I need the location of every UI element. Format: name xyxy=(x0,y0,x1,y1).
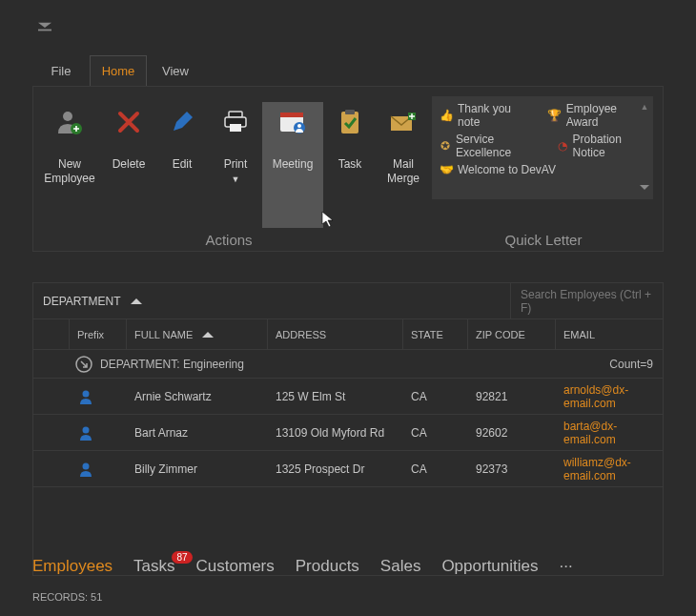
trophy-icon: 🏆 xyxy=(548,109,562,122)
ribbon-tab-file[interactable]: File xyxy=(32,55,90,86)
ribbon-tab-home[interactable]: Home xyxy=(90,55,147,86)
column-zip[interactable]: ZIP CODE xyxy=(468,319,556,349)
cell-zip: 92821 xyxy=(468,379,556,414)
chevron-down-icon: ▼ xyxy=(232,175,240,184)
delete-x-icon xyxy=(113,106,145,138)
svg-rect-0 xyxy=(38,30,51,31)
nav-overflow[interactable]: ··· xyxy=(560,557,573,576)
cell-name: Bart Arnaz xyxy=(127,415,268,450)
ribbon-group-label-quickletter: Quick Letter xyxy=(424,232,663,248)
printer-icon xyxy=(219,106,252,138)
person-add-icon xyxy=(53,106,86,138)
edit-button[interactable]: Edit xyxy=(155,102,209,228)
task-button[interactable]: Task xyxy=(323,102,377,228)
ribbon-tab-view[interactable]: View xyxy=(147,55,204,86)
search-input[interactable]: Search Employees (Ctrl + F) xyxy=(510,283,663,318)
nav-sales[interactable]: Sales xyxy=(380,557,421,576)
quick-letter-thank-you[interactable]: 👍Thank you note xyxy=(440,102,531,129)
rosette-icon: ✪ xyxy=(440,139,451,153)
action-label: Delete xyxy=(113,157,146,172)
svg-point-17 xyxy=(83,462,90,469)
action-label: New Employee xyxy=(37,157,102,186)
svg-rect-11 xyxy=(345,110,355,114)
quick-letter-welcome[interactable]: 🤝Welcome to DevAV xyxy=(440,163,556,176)
app-menu-icon[interactable] xyxy=(38,21,51,34)
quick-letter-probation-notice[interactable]: ◔Probation Notice xyxy=(557,133,646,159)
handshake-icon: 🤝 xyxy=(440,163,453,176)
cell-state: CA xyxy=(403,415,468,450)
svg-point-1 xyxy=(63,112,72,121)
group-row-label: DEPARTMENT: Engineering xyxy=(100,358,244,371)
nav-customers[interactable]: Customers xyxy=(196,557,275,576)
pencil-icon xyxy=(166,106,198,138)
cell-address: 1325 Prospect Dr xyxy=(268,451,403,486)
nav-opportunities[interactable]: Opportunities xyxy=(441,557,538,576)
status-records: RECORDS: 51 xyxy=(32,591,102,603)
collapse-group-icon xyxy=(75,356,92,373)
action-label: Meeting xyxy=(273,157,314,172)
mail-merge-icon xyxy=(387,106,420,138)
thumbs-up-icon: 👍 xyxy=(440,109,453,122)
cell-name: Arnie Schwartz xyxy=(127,379,268,414)
print-button[interactable]: Print▼ xyxy=(209,102,262,228)
clipboard-check-icon xyxy=(334,106,366,138)
sort-asc-icon xyxy=(202,331,214,339)
svg-rect-5 xyxy=(230,124,241,132)
mail-merge-button[interactable]: Mail Merge xyxy=(377,102,430,228)
column-expander xyxy=(33,319,70,349)
quick-letter-service-excellence[interactable]: ✪Service Excellence xyxy=(440,133,540,159)
nav-products[interactable]: Products xyxy=(296,557,359,576)
group-row-count: Count=9 xyxy=(609,358,653,371)
column-state[interactable]: STATE xyxy=(403,319,468,349)
ribbon-group-label-actions: Actions xyxy=(33,232,424,248)
cell-email[interactable]: barta@dx-email.com xyxy=(556,415,663,450)
nav-tasks[interactable]: Tasks87 xyxy=(133,557,174,576)
column-full-name[interactable]: FULL NAME xyxy=(127,319,268,349)
expand-gallery-icon[interactable] xyxy=(640,180,649,194)
svg-point-9 xyxy=(297,124,301,128)
cell-name: Billy Zimmer xyxy=(127,451,268,486)
meeting-button[interactable]: Meeting xyxy=(262,102,323,228)
svg-point-15 xyxy=(83,390,90,397)
person-icon xyxy=(77,388,94,405)
scroll-up-icon[interactable]: ▲ xyxy=(641,102,649,112)
person-icon xyxy=(77,424,94,441)
table-row[interactable]: Bart Arnaz 13109 Old Myford Rd CA 92602 … xyxy=(33,415,663,451)
svg-rect-10 xyxy=(341,112,358,133)
column-address[interactable]: ADDRESS xyxy=(268,319,403,349)
cell-state: CA xyxy=(403,451,468,486)
quick-letter-employee-award[interactable]: 🏆Employee Award xyxy=(548,102,645,129)
action-label: Task xyxy=(338,157,362,172)
calendar-meeting-icon xyxy=(276,106,309,138)
nav-employees[interactable]: Employees xyxy=(32,557,113,576)
table-row[interactable]: Billy Zimmer 1325 Prospect Dr CA 92373 w… xyxy=(33,451,663,487)
cell-zip: 92373 xyxy=(468,451,556,486)
tasks-badge: 87 xyxy=(172,551,192,564)
person-icon xyxy=(77,461,94,478)
cell-email[interactable]: arnolds@dx-email.com xyxy=(556,379,663,414)
action-label: Print▼ xyxy=(224,157,248,187)
delete-button[interactable]: Delete xyxy=(102,102,155,228)
cursor-icon xyxy=(321,211,335,231)
cell-address: 13109 Old Myford Rd xyxy=(268,415,403,450)
table-row[interactable]: Arnie Schwartz 125 W Elm St CA 92821 arn… xyxy=(33,379,663,415)
quick-letter-panel: 👍Thank you note 🏆Employee Award ✪Service… xyxy=(432,96,653,199)
action-label: Mail Merge xyxy=(377,157,430,186)
group-by-field[interactable]: DEPARTMENT xyxy=(43,295,142,308)
group-row[interactable]: DEPARTMENT: Engineering Count=9 xyxy=(33,350,663,379)
svg-rect-7 xyxy=(280,113,303,117)
svg-point-16 xyxy=(83,426,90,433)
sort-asc-icon xyxy=(131,297,142,306)
cell-email[interactable]: williamz@dx-email.com xyxy=(556,451,663,486)
svg-rect-3 xyxy=(229,112,242,117)
cell-address: 125 W Elm St xyxy=(268,379,403,414)
action-label: Edit xyxy=(173,157,193,172)
new-employee-button[interactable]: New Employee xyxy=(37,102,102,228)
cell-zip: 92602 xyxy=(468,415,556,450)
column-email[interactable]: EMAIL xyxy=(556,319,663,349)
column-prefix[interactable]: Prefix xyxy=(70,319,127,349)
cell-state: CA xyxy=(403,379,468,414)
clock-warning-icon: ◔ xyxy=(557,139,568,153)
